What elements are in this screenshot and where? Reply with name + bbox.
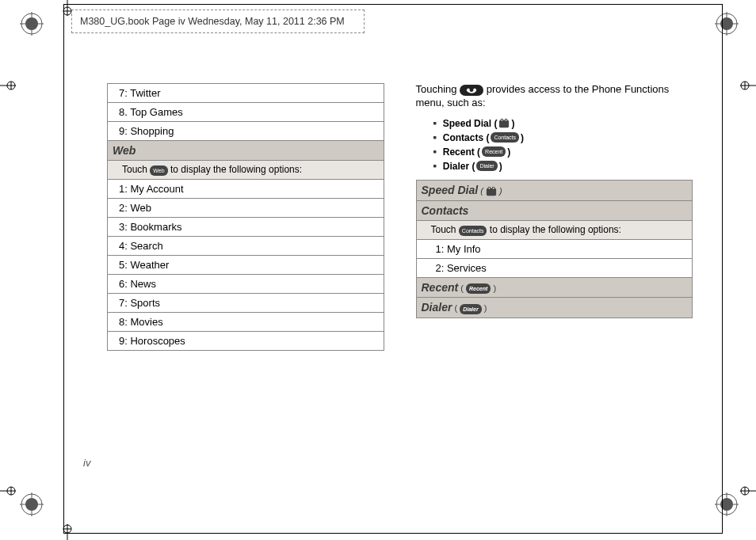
section-subtext: Touch Contacts to display the following … bbox=[416, 220, 693, 239]
bullet-list: Speed Dial ()Contacts (Contacts)Recent (… bbox=[433, 118, 693, 172]
registration-mark-icon bbox=[20, 12, 44, 36]
section-header: Recent ( Recent ) bbox=[416, 277, 693, 298]
svg-point-38 bbox=[506, 120, 507, 121]
page-content: 7: Twitter8. Top Games9: ShoppingWebTouc… bbox=[107, 83, 693, 351]
svg-point-43 bbox=[493, 188, 494, 189]
bullet-item: Contacts (Contacts) bbox=[433, 132, 693, 143]
registration-mark-icon bbox=[20, 492, 44, 516]
svg-rect-34 bbox=[499, 120, 509, 127]
right-table: Speed Dial ( )ContactsTouch Contacts to … bbox=[416, 180, 693, 318]
section-header: Dialer ( Dialer ) bbox=[416, 298, 693, 318]
list-item: 1: My Info bbox=[416, 239, 693, 258]
svg-point-3 bbox=[25, 17, 38, 30]
list-item: 8. Top Games bbox=[108, 103, 384, 122]
crop-mark-icon bbox=[0, 78, 16, 93]
list-item: 2: Services bbox=[416, 258, 693, 277]
list-item: 5: Weather bbox=[108, 256, 384, 275]
list-item: 8: Movies bbox=[108, 313, 384, 332]
phone-key-icon bbox=[460, 85, 483, 96]
intro-prefix: Touching bbox=[416, 83, 460, 95]
list-item: 7: Sports bbox=[108, 294, 384, 313]
bullet-item: Speed Dial () bbox=[433, 118, 693, 129]
section-header: Web bbox=[108, 141, 384, 161]
crop-mark-icon bbox=[740, 78, 756, 93]
recent-pill-icon: Recent bbox=[466, 283, 491, 294]
dialer-pill-icon: Dialer bbox=[476, 161, 497, 171]
list-item: 1: My Account bbox=[108, 180, 384, 199]
right-column: Touching provides access to the Phone Fu… bbox=[416, 83, 693, 351]
list-item: 9: Horoscopes bbox=[108, 332, 384, 351]
crop-mark-icon bbox=[740, 483, 756, 499]
list-item: 7: Twitter bbox=[108, 84, 384, 103]
svg-point-42 bbox=[488, 188, 490, 189]
svg-point-11 bbox=[25, 498, 38, 511]
list-item: 2: Web bbox=[108, 199, 384, 218]
left-table: 7: Twitter8. Top Games9: ShoppingWebTouc… bbox=[107, 83, 384, 351]
list-item: 9: Shopping bbox=[108, 122, 384, 141]
svg-point-37 bbox=[502, 120, 503, 121]
web-pill-icon: Web bbox=[150, 165, 167, 176]
list-item: 4: Search bbox=[108, 237, 384, 256]
contacts-pill-icon: Contacts bbox=[459, 226, 487, 236]
page-number: iv bbox=[83, 457, 90, 469]
section-header: Contacts bbox=[416, 200, 693, 220]
dialer-pill-icon: Dialer bbox=[460, 304, 481, 314]
crop-mark-icon bbox=[0, 483, 16, 499]
section-subtext: Touch Web to display the following optio… bbox=[108, 161, 384, 180]
bullet-item: Recent (Recent) bbox=[433, 146, 693, 158]
contacts-pill-icon: Contacts bbox=[491, 132, 519, 143]
bullet-item: Dialer (Dialer) bbox=[433, 161, 693, 172]
list-item: 3: Bookmarks bbox=[108, 218, 384, 237]
section-header: Speed Dial ( ) bbox=[416, 180, 693, 200]
intro-text: Touching provides access to the Phone Fu… bbox=[416, 83, 693, 110]
header-note: M380_UG.book Page iv Wednesday, May 11, … bbox=[71, 10, 365, 33]
list-item: 6: News bbox=[108, 275, 384, 294]
svg-rect-39 bbox=[487, 188, 496, 196]
recent-pill-icon: Recent bbox=[482, 146, 506, 157]
left-column: 7: Twitter8. Top Games9: ShoppingWebTouc… bbox=[107, 83, 384, 351]
